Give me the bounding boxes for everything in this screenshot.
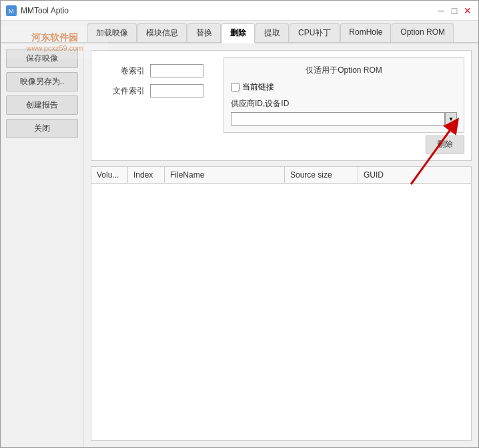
current-link-label: 当前链接 [242,81,274,93]
top-panel: 卷索引 文件索引 仅适用于Option ROM 当前链接 [91,50,472,161]
col-volu: Volu... [91,167,128,183]
table-section: Volu... Index FileName Source size GUID [91,166,472,441]
left-form: 卷索引 文件索引 [98,57,210,154]
tab-replace[interactable]: 替换 [187,23,221,42]
col-guid: GUID [358,167,471,183]
file-index-input[interactable] [150,84,203,97]
volume-index-input[interactable] [150,64,203,77]
tab-load[interactable]: 加载映像 [87,23,137,42]
tab-bar: 加载映像 模块信息 替换 删除 提取 CPU补丁 RomHole Option … [1,21,478,43]
vendor-select-row: ▼ [231,112,457,126]
save-as-button[interactable]: 映像另存为.. [6,72,78,91]
option-rom-title: 仅适用于Option ROM [231,65,457,76]
option-rom-panel: 仅适用于Option ROM 当前链接 供应商ID,设备ID ▼ [223,57,464,133]
tab-info[interactable]: 模块信息 [137,23,187,42]
content-area: 卷索引 文件索引 仅适用于Option ROM 当前链接 [84,43,478,447]
close-button[interactable]: ✕ [462,5,473,16]
volume-index-row: 卷索引 [105,64,203,77]
col-filename: FileName [165,167,285,183]
vendor-dropdown-button[interactable]: ▼ [445,112,457,126]
current-link-row: 当前链接 [231,81,457,93]
title-bar: M MMTool Aptio ─ □ ✕ [1,1,478,21]
close-sidebar-button[interactable]: 关闭 [6,119,78,138]
app-icon: M [6,5,17,16]
volume-index-label: 卷索引 [105,65,145,77]
delete-button[interactable]: 删除 [426,136,464,154]
current-link-checkbox[interactable] [231,83,240,91]
col-source-size: Source size [285,167,358,183]
window-title: MMTool Aptio [21,6,69,15]
main-window: M MMTool Aptio ─ □ ✕ 加载映像 模块信息 替换 删除 提取 … [0,0,479,448]
col-index: Index [128,167,165,183]
table-body[interactable] [91,184,471,440]
file-index-row: 文件索引 [105,84,203,97]
vendor-id-input[interactable] [231,112,445,126]
main-area: 保存映像 映像另存为.. 创建报告 关闭 卷索引 文件索引 [1,43,478,447]
vendor-label: 供应商ID,设备ID [231,98,457,109]
title-bar-left: M MMTool Aptio [6,5,69,16]
tab-optionrom[interactable]: Option ROM [392,23,454,42]
delete-btn-container: 删除 [223,136,464,154]
tab-romhole[interactable]: RomHole [340,23,391,42]
maximize-button[interactable]: □ [449,5,460,16]
sidebar: 保存映像 映像另存为.. 创建报告 关闭 [1,43,84,447]
window-controls: ─ □ ✕ [436,5,473,16]
tab-cpu[interactable]: CPU补丁 [290,23,340,42]
tab-delete[interactable]: 删除 [221,23,255,43]
minimize-button[interactable]: ─ [436,5,446,16]
tab-extract[interactable]: 提取 [256,23,289,42]
file-index-label: 文件索引 [105,85,145,97]
create-report-button[interactable]: 创建报告 [6,95,78,115]
table-header: Volu... Index FileName Source size GUID [91,167,471,184]
save-image-button[interactable]: 保存映像 [6,49,78,68]
svg-text:M: M [9,8,14,15]
